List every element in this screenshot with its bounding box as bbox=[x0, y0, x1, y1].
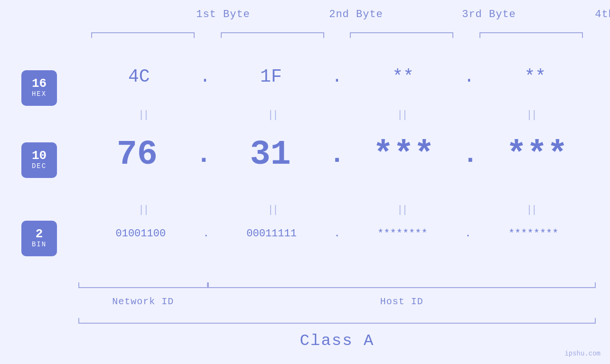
dec-dot1: . bbox=[196, 140, 212, 170]
bracket-line-col3 bbox=[350, 32, 453, 33]
bin-dot3: . bbox=[465, 228, 471, 240]
bracket-line-col2 bbox=[221, 32, 324, 33]
network-bracket bbox=[78, 280, 208, 288]
eq1-b2: || bbox=[208, 109, 338, 121]
dec-dot3: . bbox=[462, 140, 478, 170]
hex-badge: 16 HEX bbox=[21, 70, 57, 106]
dec-badge-num: 10 bbox=[32, 149, 47, 162]
bracket-col1 bbox=[78, 32, 208, 33]
bracket-col2 bbox=[208, 32, 338, 33]
dec-badge-label: DEC bbox=[32, 162, 47, 171]
eq-row-1: || || || || bbox=[78, 109, 596, 121]
bin-row: 01001100 . 00011111 . ******** . *******… bbox=[78, 228, 596, 240]
class-label: Class A bbox=[78, 332, 596, 350]
dec-b3: *** bbox=[345, 135, 463, 174]
host-bracket-line bbox=[208, 287, 596, 288]
hex-dot1: . bbox=[199, 66, 210, 87]
bin-dot2: . bbox=[334, 228, 340, 240]
hex-badge-label: HEX bbox=[32, 90, 47, 99]
bin-b3: ******** bbox=[340, 228, 465, 240]
bin-badge-label: BIN bbox=[32, 240, 47, 250]
main-container: 1st Byte 2nd Byte 3rd Byte 4th Byte 16 H… bbox=[0, 0, 610, 364]
bin-b1: 01001100 bbox=[78, 228, 203, 240]
large-bottom-bracket bbox=[78, 316, 596, 324]
header-col3: 3rd Byte bbox=[422, 9, 555, 20]
eq2-b3: || bbox=[337, 204, 467, 216]
bin-b4: ******** bbox=[471, 228, 596, 240]
network-host-labels: Network ID Host ID bbox=[78, 296, 596, 307]
bin-badge-num: 2 bbox=[36, 228, 43, 240]
dec-dot2: . bbox=[329, 140, 345, 170]
dec-b1: 76 bbox=[78, 135, 196, 174]
dec-row: 76 . 31 . *** . *** bbox=[78, 135, 596, 174]
header-col1: 1st Byte bbox=[157, 9, 290, 20]
eq2-b4: || bbox=[467, 204, 596, 216]
network-id-label: Network ID bbox=[78, 296, 208, 307]
bin-dot1: . bbox=[203, 228, 209, 240]
header-row: 1st Byte 2nd Byte 3rd Byte 4th Byte bbox=[157, 9, 610, 20]
eq2-b1: || bbox=[78, 204, 208, 216]
eq-row-2: || || || || bbox=[78, 204, 596, 216]
network-bracket-line bbox=[78, 287, 208, 288]
hex-b3: ** bbox=[342, 66, 463, 87]
bracket-col4 bbox=[467, 32, 596, 33]
hex-dot3: . bbox=[464, 66, 475, 87]
hex-b1: 4C bbox=[78, 66, 199, 87]
bracket-line-col4 bbox=[479, 32, 583, 33]
hex-b2: 1F bbox=[210, 66, 331, 87]
bin-badge: 2 BIN bbox=[21, 221, 57, 256]
bracket-col3 bbox=[337, 32, 467, 33]
eq2-b2: || bbox=[208, 204, 338, 216]
header-col4: 4th Byte bbox=[555, 9, 610, 20]
eq1-b4: || bbox=[467, 109, 596, 121]
top-brackets bbox=[78, 32, 596, 33]
bracket-line-col1 bbox=[91, 32, 195, 33]
dec-b4: *** bbox=[478, 135, 596, 174]
host-bracket bbox=[208, 280, 596, 288]
large-bracket-line bbox=[78, 323, 596, 324]
host-id-label: Host ID bbox=[208, 296, 596, 307]
header-col2: 2nd Byte bbox=[290, 9, 422, 20]
eq1-b1: || bbox=[78, 109, 208, 121]
hex-b4: ** bbox=[475, 66, 596, 87]
network-host-brackets bbox=[78, 280, 596, 288]
hex-badge-num: 16 bbox=[32, 77, 47, 90]
eq1-b3: || bbox=[337, 109, 467, 121]
dec-b2: 31 bbox=[212, 135, 329, 174]
hex-dot2: . bbox=[332, 66, 343, 87]
dec-badge: 10 DEC bbox=[21, 142, 57, 178]
bin-b2: 00011111 bbox=[209, 228, 334, 240]
watermark: ipshu.com bbox=[564, 350, 601, 357]
hex-row: 4C . 1F . ** . ** bbox=[78, 66, 596, 87]
